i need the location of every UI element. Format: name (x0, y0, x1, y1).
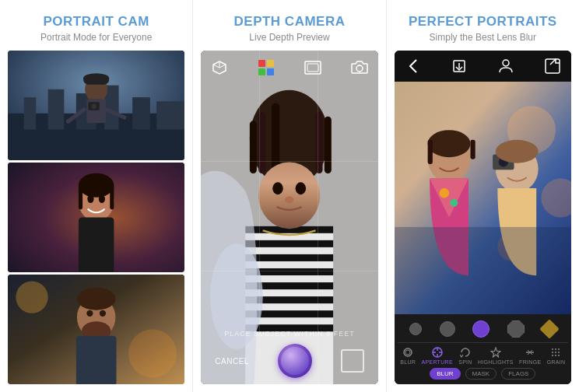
tab-spin[interactable]: SPIN (458, 346, 472, 365)
blur-tab-icon (402, 346, 414, 359)
blur-shape-small-circle[interactable] (409, 323, 422, 335)
svg-point-13 (91, 103, 96, 108)
tab-highlights-label: HIGHLIGHTS (478, 359, 514, 365)
svg-rect-83 (427, 140, 432, 164)
svg-point-103 (558, 352, 560, 353)
svg-rect-33 (76, 336, 117, 384)
photo-skater (8, 51, 184, 160)
blur-shape-octagon[interactable] (507, 320, 525, 338)
svg-rect-39 (246, 254, 334, 261)
portrait-bottom-section: BLUR APERTURE (395, 314, 571, 384)
grain-tab-icon (549, 346, 562, 359)
svg-point-76 (439, 188, 448, 198)
cube-icon[interactable] (209, 57, 230, 79)
highlights-tab-icon (490, 346, 502, 359)
svg-rect-86 (395, 227, 571, 314)
shutter-button[interactable] (278, 344, 312, 378)
panel3-subtitle: Simply the Best Lens Blur (430, 32, 536, 43)
depth-bottom-bar: PLACE SUBJECT WITHIN 8 FEET CANCEL (201, 324, 377, 384)
woman-illustration (8, 163, 184, 272)
svg-point-53 (296, 182, 307, 194)
svg-line-58 (219, 65, 226, 68)
fringe-icon-svg (525, 347, 535, 358)
svg-point-52 (273, 182, 284, 194)
svg-point-27 (128, 330, 177, 378)
svg-rect-46 (250, 121, 257, 173)
blur-shape-diamond[interactable] (539, 319, 559, 338)
portrait-grid (8, 51, 184, 384)
svg-rect-60 (258, 60, 265, 67)
pill-blur[interactable]: BLUR (430, 368, 460, 380)
bottom-pills-row: BLUR MASK FLAGS (398, 365, 568, 381)
portrait-screen: BLUR APERTURE (395, 51, 571, 384)
svg-rect-84 (470, 140, 475, 159)
fringe-tab-icon (524, 346, 536, 359)
cancel-button[interactable]: CANCEL (215, 357, 249, 366)
svg-point-77 (450, 199, 458, 207)
aperture-icon-svg (432, 347, 443, 358)
svg-point-88 (405, 350, 410, 355)
blur-shape-medium-circle[interactable] (440, 321, 455, 337)
svg-point-32 (100, 310, 106, 317)
svg-rect-23 (79, 185, 82, 209)
svg-point-51 (258, 162, 320, 229)
blur-shape-active-circle[interactable] (472, 320, 490, 338)
svg-rect-15 (83, 75, 109, 84)
panel2-subtitle: Live Depth Preview (249, 32, 329, 43)
svg-point-30 (77, 288, 116, 310)
panel2-title: DEPTH CAMERA (234, 14, 346, 30)
depth-camera-screen: PLACE SUBJECT WITHIN 8 FEET CANCEL (201, 51, 377, 384)
svg-point-106 (558, 355, 560, 356)
svg-rect-6 (132, 97, 150, 129)
svg-point-31 (86, 310, 93, 317)
color-icon-svg (258, 59, 275, 76)
svg-rect-50 (325, 117, 332, 173)
back-icon[interactable] (402, 55, 424, 77)
tab-grain-label: GRAIN (547, 359, 566, 365)
share-icon-svg (545, 58, 560, 74)
share-icon[interactable] (542, 55, 563, 77)
camera-flip-icon[interactable] (349, 57, 370, 79)
tab-highlights[interactable]: HIGHLIGHTS (478, 346, 514, 365)
panel3-title: PERFECT PORTRAITS (409, 14, 557, 30)
svg-rect-24 (110, 185, 114, 209)
panel-perfect-portraits: PERFECT PORTRAITS Simply the Best Lens B… (387, 0, 579, 392)
tab-fringe[interactable]: FRINGE (519, 346, 541, 365)
svg-point-104 (552, 355, 553, 356)
svg-point-85 (496, 140, 539, 163)
download-icon[interactable] (448, 55, 470, 77)
pill-flags[interactable]: FLAGS (501, 368, 535, 380)
svg-marker-94 (491, 348, 500, 357)
svg-point-105 (555, 355, 556, 356)
svg-rect-47 (258, 112, 265, 173)
pill-mask[interactable]: MASK (465, 368, 497, 380)
download-icon-svg (452, 59, 466, 73)
spin-icon-svg (460, 347, 471, 358)
depth-controls-row: CANCEL (207, 344, 371, 378)
skater-illustration (8, 51, 184, 160)
man-illustration (8, 275, 184, 384)
svg-rect-49 (316, 112, 323, 173)
svg-point-98 (552, 348, 553, 350)
photo-2-bg (8, 163, 184, 272)
tab-blur[interactable]: BLUR (400, 346, 416, 365)
svg-point-82 (427, 130, 470, 157)
panel-depth-camera: DEPTH CAMERA Live Depth Preview (193, 0, 386, 392)
gallery-icon[interactable] (341, 349, 364, 373)
svg-point-101 (552, 352, 553, 353)
blur-icon-svg (402, 347, 413, 358)
frame-icon[interactable] (302, 57, 324, 79)
tab-fringe-label: FRINGE (519, 359, 541, 365)
color-palette-icon[interactable] (255, 57, 277, 79)
depth-toolbar (201, 51, 377, 85)
person-icon-svg (498, 58, 514, 74)
tab-aperture[interactable]: APERTURE (421, 346, 452, 365)
svg-rect-48 (272, 103, 279, 173)
person-icon[interactable] (495, 55, 517, 77)
svg-point-102 (555, 352, 556, 353)
tab-grain[interactable]: GRAIN (547, 346, 566, 365)
panel1-title: PORTRAIT CAM (44, 14, 149, 30)
portrait-photo-area (395, 82, 571, 314)
tab-blur-label: BLUR (400, 359, 416, 365)
tab-aperture-label: APERTURE (421, 359, 452, 365)
